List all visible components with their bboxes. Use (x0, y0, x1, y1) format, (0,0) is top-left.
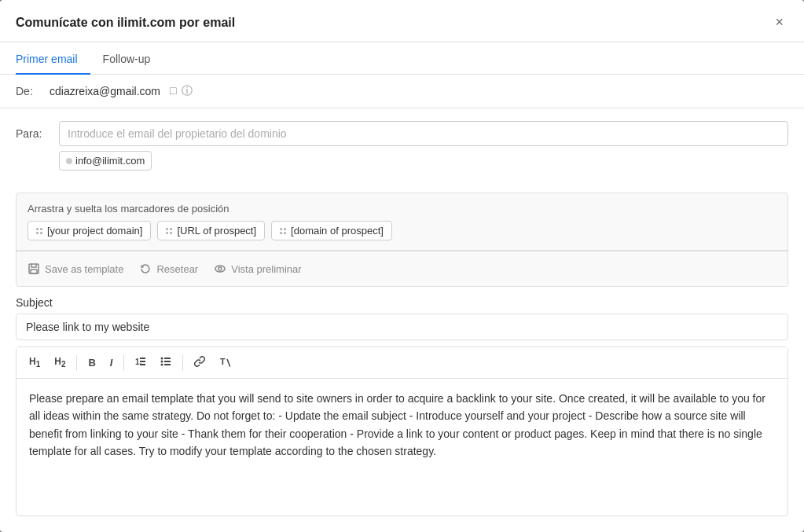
tabs-container: Primer email Follow-up (0, 42, 804, 75)
reset-icon (139, 262, 152, 275)
svg-rect-11 (164, 361, 171, 362)
svg-rect-7 (140, 364, 145, 365)
drag-handle-0 (36, 228, 42, 234)
placeholder-section: Arrastra y suelta los marcadores de posi… (16, 193, 788, 287)
to-input[interactable] (59, 121, 788, 146)
subject-section: Subject (0, 287, 804, 347)
placeholder-header: Arrastra y suelta los marcadores de posi… (17, 193, 787, 221)
resetear-label: Resetear (156, 263, 198, 275)
placeholder-tag-1[interactable]: [URL of prospect] (157, 221, 265, 240)
placeholder-tags: [your project domain] [URL of prospect] (17, 221, 787, 250)
save-template-label: Save as template (45, 263, 123, 275)
modal-header: Comunícate con ilimit.com por email × (0, 0, 804, 42)
subject-input[interactable] (16, 314, 788, 340)
svg-text:T: T (220, 357, 226, 366)
clear-format-icon: T (219, 356, 230, 367)
svg-point-3 (218, 267, 222, 270)
editor-section: H1 H2 B I 1. (16, 347, 788, 516)
unordered-list-button[interactable] (154, 352, 178, 373)
from-row: De: cdiazreixa@gmail.com □ ⓘ (0, 75, 804, 108)
unordered-list-icon (160, 356, 171, 367)
placeholder-label-2: [domain of prospect] (291, 225, 384, 237)
svg-rect-9 (164, 358, 171, 359)
svg-rect-6 (140, 361, 145, 362)
placeholder-tag-2[interactable]: [domain of prospect] (271, 221, 392, 240)
modal-title: Comunícate con ilimit.com por email (16, 16, 235, 30)
svg-line-15 (227, 359, 230, 367)
save-icon (28, 262, 40, 275)
link-icon (194, 356, 205, 367)
editor-toolbar: H1 H2 B I 1. (17, 347, 787, 379)
ordered-list-button[interactable]: 1. (129, 352, 152, 373)
placeholder-label-1: [URL of prospect] (177, 225, 256, 237)
italic-button[interactable]: I (104, 353, 119, 372)
save-template-button[interactable]: Save as template (28, 259, 123, 278)
email-tag: info@ilimit.com (59, 151, 152, 171)
h2-button[interactable]: H2 (48, 352, 72, 372)
svg-point-2 (215, 266, 225, 272)
email-tag-container: info@ilimit.com (59, 151, 788, 171)
svg-point-12 (161, 364, 163, 366)
tab-follow-up[interactable]: Follow-up (103, 43, 163, 75)
tag-email: info@ilimit.com (75, 155, 145, 167)
tag-dot (66, 158, 72, 164)
placeholder-label-0: [your project domain] (47, 225, 142, 237)
tab-primer-email[interactable]: Primer email (16, 43, 90, 75)
drag-handle-2 (280, 228, 286, 234)
vista-preliminar-label: Vista preliminar (231, 263, 301, 275)
to-field: info@ilimit.com (59, 121, 788, 171)
svg-rect-5 (140, 358, 145, 359)
resetear-button[interactable]: Resetear (139, 259, 198, 278)
svg-rect-13 (164, 364, 171, 365)
to-row: Para: info@ilimit.com (16, 121, 788, 171)
eye-icon (214, 262, 226, 275)
toolbar-section: Save as template Resetear Vista prelimin… (17, 251, 787, 286)
from-email: cdiazreixa@gmail.com (50, 85, 160, 97)
link-button[interactable] (188, 352, 211, 373)
from-icons: □ ⓘ (170, 84, 192, 98)
svg-point-10 (161, 361, 163, 363)
to-label: Para: (16, 121, 59, 140)
close-button[interactable]: × (770, 13, 788, 32)
toolbar-divider-3 (182, 355, 183, 371)
toolbar-divider-2 (123, 355, 124, 371)
info-icon[interactable]: ⓘ (182, 84, 193, 98)
clear-format-button[interactable]: T (213, 352, 237, 373)
subject-label: Subject (16, 296, 788, 309)
copy-icon[interactable]: □ (170, 84, 176, 98)
to-section: Para: info@ilimit.com (0, 108, 804, 193)
editor-content[interactable]: Please prepare an email template that yo… (17, 379, 787, 497)
from-label: De: (16, 85, 43, 97)
svg-rect-1 (31, 270, 37, 273)
vista-preliminar-button[interactable]: Vista preliminar (214, 259, 301, 278)
h1-button[interactable]: H1 (23, 352, 46, 372)
drag-handle-1 (166, 228, 172, 234)
modal: Comunícate con ilimit.com por email × Pr… (0, 0, 804, 532)
placeholder-tag-0[interactable]: [your project domain] (28, 221, 151, 240)
svg-point-8 (161, 358, 163, 360)
bold-button[interactable]: B (82, 353, 101, 372)
ordered-list-icon: 1. (135, 356, 146, 367)
toolbar-divider-1 (76, 355, 77, 371)
